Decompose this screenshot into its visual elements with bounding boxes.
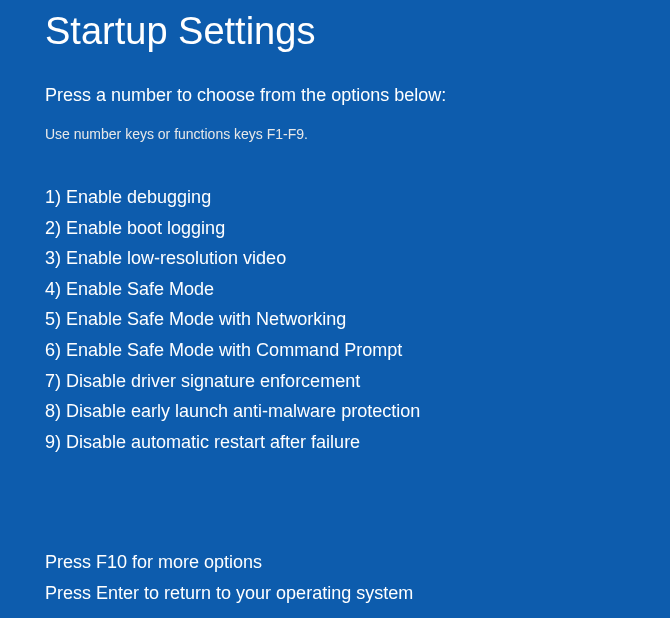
more-options-hint[interactable]: Press F10 for more options bbox=[45, 547, 670, 578]
options-list: 1) Enable debugging 2) Enable boot loggi… bbox=[45, 182, 670, 457]
option-item[interactable]: 8) Disable early launch anti-malware pro… bbox=[45, 396, 670, 427]
option-item[interactable]: 6) Enable Safe Mode with Command Prompt bbox=[45, 335, 670, 366]
option-item[interactable]: 5) Enable Safe Mode with Networking bbox=[45, 304, 670, 335]
instruction-text: Press a number to choose from the option… bbox=[45, 85, 670, 106]
option-item[interactable]: 3) Enable low-resolution video bbox=[45, 243, 670, 274]
option-item[interactable]: 1) Enable debugging bbox=[45, 182, 670, 213]
option-item[interactable]: 2) Enable boot logging bbox=[45, 213, 670, 244]
hint-text: Use number keys or functions keys F1-F9. bbox=[45, 126, 670, 142]
page-title: Startup Settings bbox=[45, 10, 670, 53]
option-item[interactable]: 4) Enable Safe Mode bbox=[45, 274, 670, 305]
option-item[interactable]: 9) Disable automatic restart after failu… bbox=[45, 427, 670, 458]
option-item[interactable]: 7) Disable driver signature enforcement bbox=[45, 366, 670, 397]
return-hint[interactable]: Press Enter to return to your operating … bbox=[45, 578, 670, 609]
